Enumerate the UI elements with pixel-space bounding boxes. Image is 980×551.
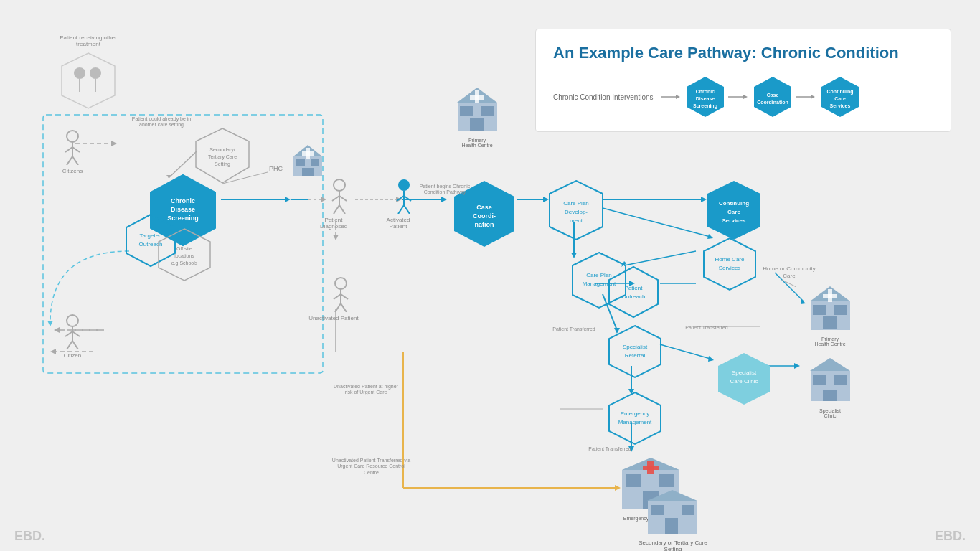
svg-text:Tertiary Care: Tertiary Care <box>208 154 237 160</box>
svg-text:Emergency: Emergency <box>621 410 649 417</box>
patient-transferred-3-label: Patient Transferred <box>581 446 639 451</box>
svg-line-122 <box>339 196 347 201</box>
svg-line-145 <box>65 331 72 336</box>
svg-line-45 <box>782 280 796 287</box>
svg-line-139 <box>65 147 72 152</box>
svg-line-141 <box>67 156 72 165</box>
svg-rect-170 <box>834 305 847 315</box>
legend-hex-cds: Chronic Disease Screening <box>682 74 728 120</box>
legend-label: Chronic Condition Interventions <box>553 93 654 101</box>
svg-line-22 <box>603 208 710 237</box>
svg-text:Services: Services <box>722 217 746 224</box>
watermark-right: EBD. <box>935 529 966 544</box>
svg-rect-177 <box>834 375 847 385</box>
activated-patient-label: Activated Patient <box>377 217 420 230</box>
phc-building <box>291 142 325 182</box>
svg-text:Care: Care <box>727 209 740 215</box>
patient-diagnosed-label: Patient Diagnosed <box>312 217 355 230</box>
primary-health-center-right-building: PrimaryHealth Centre <box>807 283 855 347</box>
svg-line-127 <box>397 196 404 201</box>
svg-text:Referral: Referral <box>625 352 646 359</box>
svg-line-134 <box>341 294 348 299</box>
svg-marker-110 <box>609 326 661 377</box>
svg-line-135 <box>335 303 341 312</box>
svg-text:Specialist: Specialist <box>732 369 757 376</box>
svg-text:Setting: Setting <box>215 161 230 167</box>
specialist-clinic-building: SpecialistClinic <box>807 355 855 418</box>
svg-line-121 <box>332 196 339 201</box>
svg-line-133 <box>334 294 341 299</box>
svg-text:Services: Services <box>719 265 741 271</box>
svg-line-140 <box>72 147 80 152</box>
svg-text:locations: locations <box>174 253 194 258</box>
svg-line-142 <box>72 156 78 165</box>
unactivated-transferred-label: Unactivated Patient Transferred via Urge… <box>330 458 413 476</box>
patient-transferred-1-label: Patient Transferred <box>545 326 603 331</box>
svg-rect-167 <box>470 95 484 100</box>
svg-text:Secondary/: Secondary/ <box>209 147 235 153</box>
svg-point-152 <box>90 67 101 79</box>
watermark-left: EBD. <box>14 529 45 544</box>
legend-row: Chronic Condition Interventions Chronic … <box>553 74 933 120</box>
page-title: An Example Care Pathway: Chronic Conditi… <box>553 44 933 62</box>
svg-line-26 <box>624 251 696 265</box>
unactivated-higher-risk-label: Unactivated Patient at higher risk of Ur… <box>330 384 402 396</box>
svg-point-131 <box>335 278 347 289</box>
svg-rect-190 <box>665 518 678 534</box>
svg-marker-58 <box>676 95 680 99</box>
secondary-tertiary-node: Secondary/ Tertiary Care Setting <box>190 126 255 189</box>
phc-label: PHC <box>269 165 283 172</box>
svg-text:nation: nation <box>475 221 494 228</box>
svg-text:Case: Case <box>476 204 492 211</box>
svg-text:Patient: Patient <box>625 285 644 291</box>
svg-marker-52 <box>50 349 56 354</box>
svg-text:e.g Schools: e.g Schools <box>171 260 198 266</box>
svg-line-129 <box>398 205 404 214</box>
citizens-icon: Citizens <box>62 129 83 174</box>
svg-text:Continuing: Continuing <box>826 89 853 95</box>
patient-receiving-label: Patient receiving other treatment <box>49 34 128 47</box>
patient-begins-label: Patient begins Chronic Condition Pathway <box>416 184 473 196</box>
svg-rect-188 <box>651 505 664 515</box>
svg-marker-38 <box>708 356 714 362</box>
svg-text:Specialist: Specialist <box>623 344 648 350</box>
svg-rect-162 <box>460 106 473 116</box>
svg-rect-176 <box>813 375 826 385</box>
patient-diagnosed-icon: Patient Diagnosed <box>323 178 355 230</box>
citizen-label: Citizen <box>62 352 83 359</box>
svg-text:Care: Care <box>834 96 846 101</box>
home-care-services-node: Home Care Services <box>699 235 760 296</box>
svg-line-148 <box>72 341 78 349</box>
legend-arrow-1 <box>661 93 682 101</box>
svg-text:Outreach: Outreach <box>622 293 646 300</box>
svg-rect-160 <box>302 151 314 156</box>
svg-rect-163 <box>481 106 494 116</box>
legend-arrow-2 <box>728 93 750 101</box>
svg-rect-157 <box>302 168 314 176</box>
svg-line-146 <box>72 331 80 336</box>
svg-marker-107 <box>609 267 658 317</box>
legend-hex-ccs: Continuing Care Services <box>817 74 863 120</box>
svg-line-136 <box>341 303 347 312</box>
svg-rect-178 <box>823 390 837 401</box>
title-box: An Example Care Pathway: Chronic Conditi… <box>535 29 951 132</box>
svg-line-123 <box>334 205 339 214</box>
svg-text:Care Clinic: Care Clinic <box>730 378 758 385</box>
specialist-care-clinic-node: Specialist Care Clinic <box>714 350 775 410</box>
specialist-referral-node: Specialist Referral <box>605 323 666 383</box>
svg-point-143 <box>67 315 78 326</box>
activated-patient-icon: Activated Patient <box>387 178 420 230</box>
svg-rect-155 <box>296 159 305 166</box>
svg-rect-164 <box>470 118 484 131</box>
svg-rect-182 <box>659 474 674 487</box>
svg-marker-64 <box>743 95 748 99</box>
svg-line-37 <box>660 344 710 359</box>
svg-text:Case: Case <box>766 93 778 98</box>
svg-text:Services: Services <box>829 103 850 108</box>
patient-outreach-node: Patient Outreach <box>605 264 662 323</box>
svg-marker-50 <box>54 327 60 333</box>
svg-point-150 <box>74 67 85 79</box>
svg-marker-116 <box>609 392 661 444</box>
svg-text:Management: Management <box>618 419 652 425</box>
svg-text:Care Plan: Care Plan <box>563 200 589 207</box>
